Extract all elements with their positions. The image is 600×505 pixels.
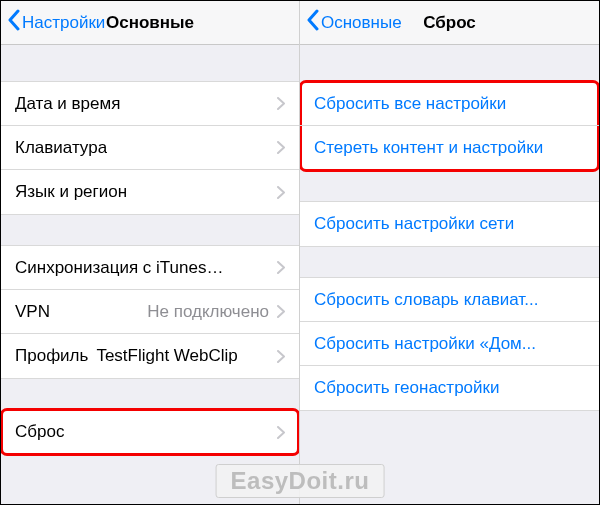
row-reset[interactable]: Сброс [1,410,299,454]
navbar-left: Настройки Основные [1,1,299,45]
row-label: Стереть контент и настройки [314,138,585,158]
row-reset-network[interactable]: Сбросить настройки сети [300,202,599,246]
general-group-2: Синхронизация с iTunes… VPN Не подключен… [1,245,299,379]
reset-group-2: Сбросить настройки сети [300,201,599,247]
row-reset-home[interactable]: Сбросить настройки «Дом... [300,322,599,366]
row-label: Сбросить словарь клавиат... [314,290,585,310]
chevron-right-icon [277,97,285,110]
row-date-time[interactable]: Дата и время [1,82,299,126]
chevron-right-icon [277,305,285,318]
row-label: Синхронизация с iTunes… [15,258,223,278]
row-label: Язык и регион [15,182,127,202]
row-label: Дата и время [15,94,120,114]
back-chevron-icon [306,9,319,36]
settings-general-pane: Настройки Основные Дата и время Клавиату… [1,1,300,504]
row-label: Сбросить все настройки [314,94,585,114]
content-left: Дата и время Клавиатура Язык и регион [1,45,299,504]
row-label: Сбросить настройки сети [314,214,585,234]
row-label: Сбросить настройки «Дом... [314,334,585,354]
row-label: Сбросить геонастройки [314,378,585,398]
back-button-general[interactable]: Основные [306,9,402,36]
row-vpn[interactable]: VPN Не подключено [1,290,299,334]
reset-group-1: Сбросить все настройки Стереть контент и… [300,81,599,171]
row-reset-keyboard-dict[interactable]: Сбросить словарь клавиат... [300,278,599,322]
chevron-right-icon [277,261,285,274]
chevron-right-icon [277,186,285,199]
row-itunes-sync[interactable]: Синхронизация с iTunes… [1,246,299,290]
general-group-reset: Сброс [1,409,299,455]
chevron-right-icon [277,350,285,363]
row-language-region[interactable]: Язык и регион [1,170,299,214]
chevron-right-icon [277,141,285,154]
chevron-right-icon [277,426,285,439]
reset-group-3: Сбросить словарь клавиат... Сбросить нас… [300,277,599,411]
navbar-right: Основные Сброс [300,1,599,45]
row-keyboard[interactable]: Клавиатура [1,126,299,170]
back-chevron-icon [7,9,20,36]
back-button-settings[interactable]: Настройки [7,9,105,36]
row-label: Профиль [15,346,88,366]
back-label: Основные [321,13,402,33]
row-value: Не подключено [50,302,277,322]
navbar-title-left: Основные [106,13,194,33]
row-erase-content[interactable]: Стереть контент и настройки [300,126,599,170]
back-label: Настройки [22,13,105,33]
row-profile[interactable]: Профиль TestFlight WebClip [1,334,299,378]
row-label: Сброс [15,422,64,442]
row-reset-all-settings[interactable]: Сбросить все настройки [300,82,599,126]
general-group-1: Дата и время Клавиатура Язык и регион [1,81,299,215]
content-right: Сбросить все настройки Стереть контент и… [300,45,599,504]
navbar-title-right: Сброс [423,13,476,33]
row-reset-location[interactable]: Сбросить геонастройки [300,366,599,410]
row-value: TestFlight WebClip [88,346,277,366]
reset-pane: Основные Сброс Сбросить все настройки Ст… [300,1,599,504]
row-label: Клавиатура [15,138,107,158]
row-label: VPN [15,302,50,322]
